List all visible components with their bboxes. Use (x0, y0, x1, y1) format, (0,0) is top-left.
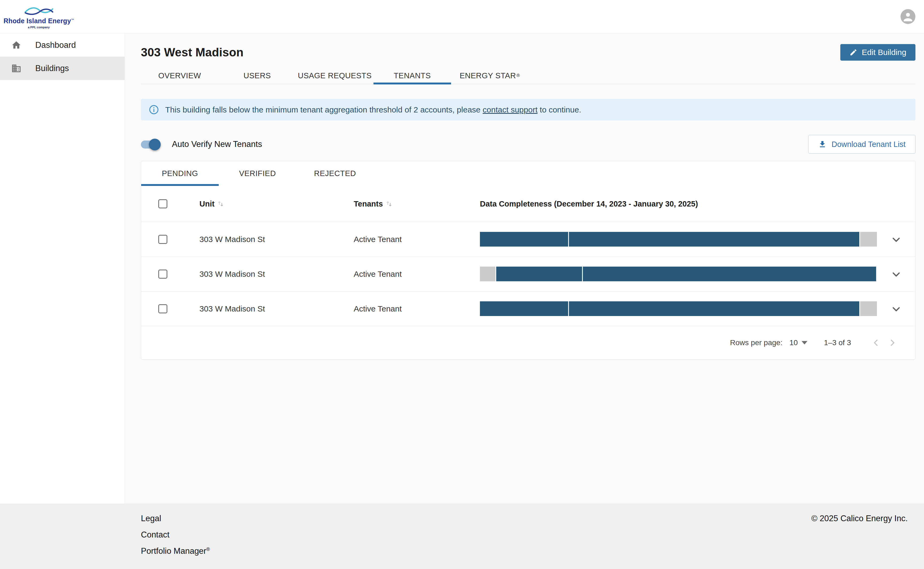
contact-support-link[interactable]: contact support (483, 105, 537, 114)
header-checkbox-cell (141, 199, 200, 208)
previous-page-button[interactable] (868, 335, 884, 351)
completeness-segment-complete (480, 301, 568, 316)
pagination-range: 1–3 of 3 (824, 338, 851, 347)
column-header-unit: Unit (200, 199, 354, 208)
tab-usage-requests[interactable]: USAGE REQUESTS (296, 67, 374, 84)
tab-tenants[interactable]: TENANTS (374, 67, 451, 84)
tenant-tab-pending[interactable]: PENDING (141, 161, 219, 186)
sidebar-item-buildings[interactable]: Buildings (0, 56, 125, 80)
edit-building-button[interactable]: Edit Building (840, 44, 915, 61)
tenant-tab-verified[interactable]: VERIFIED (219, 161, 296, 186)
tenant-cell: Active Tenant (354, 235, 480, 244)
registered-mark: ® (206, 546, 210, 552)
column-header-tenants: Tenants (354, 199, 480, 208)
completeness-segment-complete (569, 301, 859, 316)
expand-row-cell (877, 234, 915, 245)
footer-links: Legal Contact Portfolio Manager® (141, 514, 210, 556)
edit-building-label: Edit Building (862, 48, 906, 57)
chevron-down-icon[interactable] (891, 269, 901, 279)
chevron-down-icon[interactable] (891, 234, 901, 245)
table-body: 303 W Madison StActive Tenant303 W Madis… (141, 222, 915, 326)
page-title: 303 West Madison (141, 46, 244, 59)
sidebar-nav: DashboardBuildings (0, 33, 125, 504)
info-banner: This building falls below the minimum te… (141, 99, 915, 120)
brand-logo[interactable]: Rhode Island Energy™ a PPL company (8, 4, 70, 29)
controls-row: Auto Verify New Tenants Download Tenant … (141, 135, 915, 154)
tab-overview[interactable]: OVERVIEW (141, 67, 218, 84)
brand-wave-icon (23, 4, 55, 17)
footer-link-portfolio-manager[interactable]: Portfolio Manager® (141, 546, 210, 556)
footer-link-legal[interactable]: Legal (141, 514, 210, 523)
tenant-tab-label: REJECTED (314, 169, 356, 178)
completeness-segment-missing (480, 266, 496, 281)
tenant-cell: Active Tenant (354, 269, 480, 278)
rows-per-page-select[interactable]: 10 (790, 338, 807, 347)
completeness-cell (480, 301, 877, 316)
auto-verify-label: Auto Verify New Tenants (172, 140, 262, 149)
sort-icon[interactable] (386, 200, 392, 208)
chevron-down-icon[interactable] (891, 304, 901, 314)
download-tenant-list-button[interactable]: Download Tenant List (808, 135, 915, 154)
rows-per-page-value: 10 (790, 338, 798, 347)
tenant-tab-rejected[interactable]: REJECTED (296, 161, 374, 186)
completeness-segment-complete (496, 266, 582, 281)
pagination-bar: Rows per page: 10 1–3 of 3 (141, 326, 915, 359)
table-row: 303 W Madison StActive Tenant (141, 291, 915, 326)
row-checkbox[interactable] (158, 235, 168, 244)
unit-cell: 303 W Madison St (200, 235, 354, 244)
select-all-checkbox[interactable] (158, 199, 168, 208)
copyright-text: © 2025 Calico Energy Inc. (811, 514, 908, 523)
sidebar-item-label: Buildings (35, 64, 69, 73)
sidebar-item-label: Dashboard (35, 40, 76, 50)
toggle-thumb (149, 138, 161, 151)
expand-row-cell (877, 304, 915, 314)
completeness-segment-complete (569, 232, 859, 246)
caret-down-icon (802, 341, 807, 345)
body-row: DashboardBuildings 303 West Madison Edit… (0, 33, 924, 504)
tab-users[interactable]: USERS (218, 67, 296, 84)
completeness-cell (480, 266, 877, 281)
row-checkbox-cell (141, 269, 200, 278)
tab-label: USAGE REQUESTS (298, 72, 372, 80)
auto-verify-toggle[interactable] (141, 138, 160, 150)
user-avatar-icon[interactable] (901, 9, 915, 24)
data-completeness-bar (480, 301, 877, 316)
chevron-right-icon (887, 338, 897, 347)
completeness-segment-missing (860, 301, 877, 316)
table-row: 303 W Madison StActive Tenant (141, 222, 915, 257)
footer-link-contact[interactable]: Contact (141, 530, 210, 540)
next-page-button[interactable] (884, 335, 900, 351)
table-row: 303 W Madison StActive Tenant (141, 257, 915, 291)
sidebar-item-dashboard[interactable]: Dashboard (0, 33, 125, 56)
data-completeness-bar (480, 266, 877, 281)
tenant-tab-label: VERIFIED (239, 169, 276, 178)
sort-icon[interactable] (217, 200, 224, 208)
row-checkbox-cell (141, 304, 200, 313)
completeness-segment-complete (583, 266, 876, 281)
tab-energy-star[interactable]: ENERGY STAR® (451, 67, 529, 84)
main-content: 303 West Madison Edit Building OVERVIEWU… (125, 33, 924, 504)
tenants-card: PENDINGVERIFIEDREJECTED Unit Tenants (141, 161, 915, 359)
completeness-cell (480, 232, 877, 246)
expand-row-cell (877, 269, 915, 279)
tab-label: OVERVIEW (158, 72, 201, 80)
row-checkbox[interactable] (158, 304, 168, 313)
completeness-segment-complete (480, 232, 568, 246)
tab-label: USERS (244, 72, 271, 80)
unit-cell: 303 W Madison St (200, 269, 354, 278)
chevron-left-icon (872, 338, 881, 347)
auto-verify-control: Auto Verify New Tenants (141, 138, 262, 150)
tab-label: TENANTS (394, 72, 431, 80)
row-checkbox[interactable] (158, 269, 168, 278)
pencil-icon (849, 48, 857, 56)
page-header: 303 West Madison Edit Building (141, 44, 915, 61)
registered-mark: ® (517, 73, 520, 78)
app-root: Rhode Island Energy™ a PPL company Dashb… (0, 0, 924, 569)
completeness-segment-missing (860, 232, 877, 246)
column-header-completeness: Data Completeness (December 14, 2023 - J… (480, 199, 877, 208)
info-icon (149, 105, 159, 115)
tenant-tab-label: PENDING (162, 169, 198, 178)
data-completeness-bar (480, 232, 877, 246)
row-checkbox-cell (141, 235, 200, 244)
brand-tagline: a PPL company (28, 26, 50, 29)
